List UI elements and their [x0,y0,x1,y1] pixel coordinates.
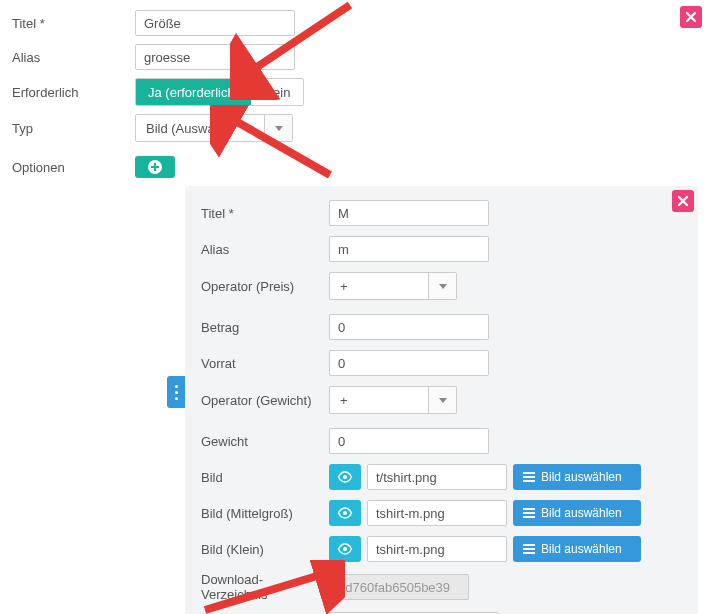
opt-amount-label: Betrag [201,320,329,335]
svg-point-4 [343,511,347,515]
required-yes[interactable]: Ja (erforderlich) [136,79,251,105]
opt-title-input[interactable] [329,200,489,226]
list-icon [523,508,535,518]
close-button[interactable] [680,6,702,28]
chevron-down-icon[interactable] [264,115,292,141]
opt-operator-weight-value: + [330,387,428,413]
chevron-down-icon[interactable] [428,273,456,299]
opt-title-label: Titel * [201,206,329,221]
opt-operator-price-label: Operator (Preis) [201,279,329,294]
svg-rect-10 [523,548,535,550]
title-input[interactable] [135,10,295,36]
required-toggle[interactable]: Ja (erforderlich) Nein [135,78,304,106]
required-label: Erforderlich [10,85,135,100]
select-image-med-button[interactable]: Bild auswählen [513,500,641,526]
opt-operator-weight-label: Operator (Gewicht) [201,393,329,408]
chevron-down-icon[interactable] [428,387,456,413]
type-label: Typ [10,121,135,136]
add-option-button[interactable] [135,156,175,178]
preview-image-small-button[interactable] [329,536,361,562]
plus-icon [148,160,162,174]
opt-image-label: Bild [201,470,329,485]
svg-rect-11 [523,552,535,554]
opt-image-med-label: Bild (Mittelgroß) [201,506,329,521]
required-no[interactable]: Nein [251,79,303,105]
svg-point-8 [343,547,347,551]
svg-rect-1 [523,472,535,474]
preview-image-button[interactable] [329,464,361,490]
opt-stock-input[interactable] [329,350,489,376]
opt-image-med-input[interactable] [367,500,507,526]
select-image-button[interactable]: Bild auswählen [513,464,641,490]
opt-stock-label: Vorrat [201,356,329,371]
svg-rect-6 [523,512,535,514]
drag-handle[interactable] [167,376,185,408]
title-label: Titel * [10,16,135,31]
svg-point-0 [343,475,347,479]
options-label: Optionen [10,160,135,175]
opt-dldir-label: Download-Verzeichnis [201,572,329,602]
svg-rect-9 [523,544,535,546]
list-icon [523,544,535,554]
select-image-small-button[interactable]: Bild auswählen [513,536,641,562]
option-panel: Titel * Alias Operator (Preis) + Betrag … [185,186,698,614]
alias-label: Alias [10,50,135,65]
opt-amount-input[interactable] [329,314,489,340]
type-value: Bild (Auswahl) [136,115,264,141]
opt-image-input[interactable] [367,464,507,490]
opt-image-small-input[interactable] [367,536,507,562]
svg-rect-5 [523,508,535,510]
alias-input[interactable] [135,44,295,70]
opt-operator-weight-select[interactable]: + [329,386,457,414]
opt-weight-input[interactable] [329,428,489,454]
opt-operator-price-value: + [330,273,428,299]
svg-rect-2 [523,476,535,478]
svg-rect-7 [523,516,535,518]
opt-alias-input[interactable] [329,236,489,262]
svg-rect-3 [523,480,535,482]
opt-weight-label: Gewicht [201,434,329,449]
opt-dldir-input [329,574,469,600]
type-select[interactable]: Bild (Auswahl) [135,114,293,142]
opt-alias-label: Alias [201,242,329,257]
opt-image-small-label: Bild (Klein) [201,542,329,557]
close-option-button[interactable] [672,190,694,212]
list-icon [523,472,535,482]
preview-image-med-button[interactable] [329,500,361,526]
opt-operator-price-select[interactable]: + [329,272,457,300]
